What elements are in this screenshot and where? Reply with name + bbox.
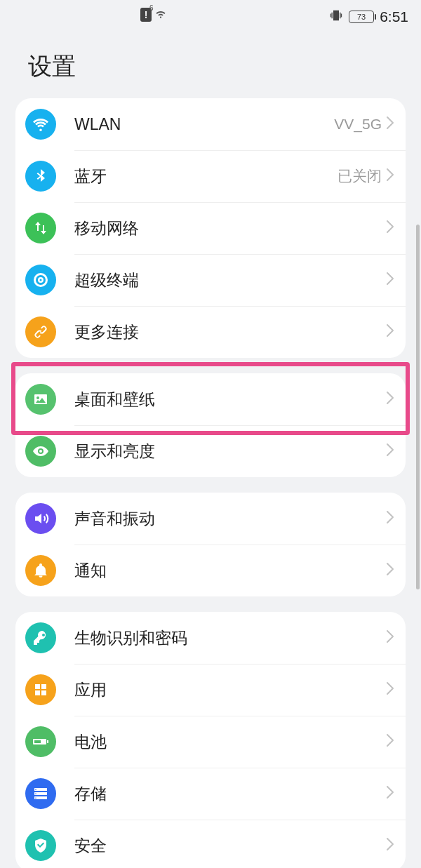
status-right: 73 6:51 xyxy=(329,8,408,25)
row-label: 存储 xyxy=(74,783,386,805)
chevron-right-icon xyxy=(386,168,394,185)
row-label: 显示和亮度 xyxy=(74,441,386,462)
row-label: 安全 xyxy=(74,835,386,857)
apps-icon xyxy=(25,674,56,705)
row-label: 生物识别和密码 xyxy=(74,627,386,649)
row-label: 桌面和壁纸 xyxy=(74,389,386,410)
chevron-right-icon xyxy=(386,629,394,646)
row-wlan[interactable]: WLANVV_5G xyxy=(15,98,406,150)
chevron-right-icon xyxy=(386,837,394,854)
row-label: 应用 xyxy=(74,679,386,701)
row-display[interactable]: 显示和亮度 xyxy=(15,425,406,477)
wifi-signal-icon: 6 xyxy=(154,7,167,22)
vibrate-icon xyxy=(329,8,343,25)
battery-percent: 73 xyxy=(357,13,366,21)
chevron-right-icon xyxy=(386,272,394,288)
status-left: ! 6 xyxy=(140,7,167,22)
shield-icon xyxy=(25,830,56,861)
settings-groups: WLANVV_5G蓝牙已关闭移动网络超级终端更多连接桌面和壁纸显示和亮度声音和振… xyxy=(0,98,421,868)
battery-icon: 73 xyxy=(349,11,374,23)
row-sound[interactable]: 声音和振动 xyxy=(15,493,406,545)
bell-icon xyxy=(25,555,56,586)
row-more[interactable]: 更多连接 xyxy=(15,306,406,358)
chevron-right-icon xyxy=(386,220,394,236)
row-apps[interactable]: 应用 xyxy=(15,664,406,716)
row-label: 通知 xyxy=(74,560,386,582)
storage-icon xyxy=(25,778,56,809)
row-biometric[interactable]: 生物识别和密码 xyxy=(15,612,406,664)
row-label: 超级终端 xyxy=(74,269,386,291)
batt-icon xyxy=(25,726,56,757)
chevron-right-icon xyxy=(386,391,394,408)
chevron-right-icon xyxy=(386,116,394,133)
row-label: WLAN xyxy=(74,115,334,134)
row-label: 蓝牙 xyxy=(74,166,338,187)
chevron-right-icon xyxy=(386,323,394,340)
image-icon xyxy=(25,384,56,415)
clock: 6:51 xyxy=(380,8,408,25)
status-bar: ! 6 73 6:51 xyxy=(0,0,421,34)
row-value: 已关闭 xyxy=(338,166,382,186)
updown-icon xyxy=(25,213,56,243)
row-security[interactable]: 安全 xyxy=(15,820,406,868)
settings-group: 生物识别和密码应用电池存储安全 xyxy=(15,612,406,868)
row-label: 更多连接 xyxy=(74,321,386,343)
settings-group: WLANVV_5G蓝牙已关闭移动网络超级终端更多连接 xyxy=(15,98,406,358)
chevron-right-icon xyxy=(386,510,394,527)
chevron-right-icon xyxy=(386,785,394,802)
chevron-right-icon xyxy=(386,562,394,579)
bluetooth-icon xyxy=(25,161,56,192)
key-icon xyxy=(25,622,56,653)
settings-group: 桌面和壁纸显示和亮度 xyxy=(15,373,406,477)
row-label: 电池 xyxy=(74,731,386,753)
radar-icon xyxy=(25,265,56,295)
row-wallpaper[interactable]: 桌面和壁纸 xyxy=(15,373,406,425)
row-bluetooth[interactable]: 蓝牙已关闭 xyxy=(15,150,406,202)
link-icon xyxy=(25,316,56,347)
page-title: 设置 xyxy=(0,34,421,98)
settings-group: 声音和振动通知 xyxy=(15,493,406,596)
wifi-icon xyxy=(25,109,56,140)
chevron-right-icon xyxy=(386,733,394,750)
chevron-right-icon xyxy=(386,681,394,698)
row-battery[interactable]: 电池 xyxy=(15,716,406,768)
scrollbar-indicator xyxy=(416,225,420,589)
row-superdev[interactable]: 超级终端 xyxy=(15,254,406,306)
row-notify[interactable]: 通知 xyxy=(15,545,406,596)
row-label: 声音和振动 xyxy=(74,508,386,530)
row-storage[interactable]: 存储 xyxy=(15,768,406,820)
sound-icon xyxy=(25,503,56,534)
chevron-right-icon xyxy=(386,443,394,460)
row-mobile[interactable]: 移动网络 xyxy=(15,202,406,254)
eye-icon xyxy=(25,436,56,467)
row-label: 移动网络 xyxy=(74,218,386,239)
row-value: VV_5G xyxy=(334,116,382,133)
